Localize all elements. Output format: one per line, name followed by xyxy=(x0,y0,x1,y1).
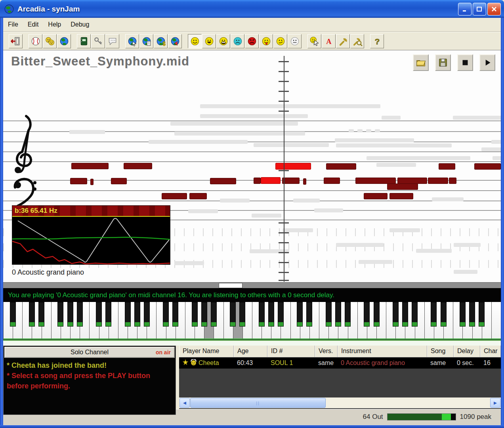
open-folder-button[interactable] xyxy=(413,54,429,71)
players-scrollbar[interactable]: ◄ || ► xyxy=(179,397,501,408)
black-key-28[interactable] xyxy=(278,302,284,327)
scrollbar-thumb[interactable] xyxy=(219,283,242,288)
black-key-0[interactable] xyxy=(10,302,16,327)
black-key-10[interactable] xyxy=(105,302,111,327)
baseball-button[interactable] xyxy=(29,34,42,48)
face-neutral-button[interactable] xyxy=(288,34,302,48)
globe-page-button[interactable] xyxy=(139,34,153,48)
note-bar-gray xyxy=(493,156,501,160)
close-button[interactable] xyxy=(487,3,501,15)
face-angry-button[interactable] xyxy=(245,34,259,48)
black-key-47[interactable] xyxy=(460,302,466,327)
svg-text:$: $ xyxy=(162,40,166,46)
black-key-27[interactable] xyxy=(268,302,274,327)
menu-edit[interactable]: Edit xyxy=(23,18,44,31)
black-key-23[interactable] xyxy=(230,302,236,327)
black-key-33[interactable] xyxy=(326,302,332,327)
black-key-49[interactable] xyxy=(479,302,485,327)
note-bar-gray xyxy=(389,228,420,232)
play-button[interactable] xyxy=(479,54,495,71)
solo-channel-header[interactable]: Solo Channel on air xyxy=(4,347,175,358)
black-key-31[interactable] xyxy=(306,302,312,327)
note-bar-gray xyxy=(359,260,392,264)
window-title: Arcadia - synJam xyxy=(17,5,80,13)
black-key-20[interactable] xyxy=(201,302,207,327)
face-cursor-button[interactable] xyxy=(307,34,321,48)
black-key-6[interactable] xyxy=(67,302,73,327)
black-key-42[interactable] xyxy=(412,302,418,327)
playhead-tick xyxy=(279,222,289,224)
menu-help[interactable]: Help xyxy=(43,18,66,31)
exit-door-button[interactable] xyxy=(9,34,23,48)
scroll-left-arrow[interactable]: ◄ xyxy=(179,398,190,408)
black-key-45[interactable] xyxy=(441,302,447,327)
cell-chan: 16 xyxy=(480,359,501,367)
globe-dollar-button[interactable]: $ xyxy=(154,34,168,48)
face-smile-button[interactable] xyxy=(188,34,202,48)
note-bar-dark xyxy=(326,163,356,170)
black-key-13[interactable] xyxy=(134,302,140,327)
note-bar-gray xyxy=(454,270,477,274)
toolbar-group: ? xyxy=(370,34,384,48)
save-floppy-button[interactable] xyxy=(435,54,451,71)
black-key-16[interactable] xyxy=(163,302,169,327)
globe-frog-button[interactable] xyxy=(57,34,71,48)
globe-arrow-button[interactable] xyxy=(125,34,139,48)
black-key-44[interactable] xyxy=(431,302,437,327)
menu-file[interactable]: File xyxy=(3,18,23,31)
black-key-40[interactable] xyxy=(393,302,399,327)
globe-sound-button[interactable] xyxy=(168,34,182,48)
note-bar-gray xyxy=(174,132,305,136)
score-area: Bitter_Sweet_Symphony.mid b:36 65.41 Hz xyxy=(3,50,501,283)
black-key-26[interactable] xyxy=(259,302,265,327)
letter-a-button[interactable]: A xyxy=(322,34,336,48)
question-button[interactable]: ? xyxy=(370,34,384,48)
black-key-5[interactable] xyxy=(57,302,63,327)
scroll-right-arrow[interactable]: ► xyxy=(490,398,500,408)
black-key-30[interactable] xyxy=(297,302,303,327)
toolbar-group xyxy=(9,34,23,48)
minimize-button[interactable] xyxy=(458,3,472,15)
black-key-24[interactable] xyxy=(239,302,245,327)
note-bar-bright xyxy=(275,163,311,170)
face-tongue-button[interactable] xyxy=(259,34,273,48)
black-key-34[interactable] xyxy=(335,302,341,327)
black-key-21[interactable] xyxy=(211,302,217,327)
face-sad-button[interactable] xyxy=(231,34,244,48)
menu-debug[interactable]: Debug xyxy=(66,18,94,31)
wrench-search-button[interactable] xyxy=(350,34,364,48)
horizontal-scrollbar[interactable] xyxy=(3,282,501,288)
black-key-14[interactable] xyxy=(144,302,150,327)
note-bar-dark xyxy=(324,178,340,184)
black-key-12[interactable] xyxy=(125,302,131,327)
white-key-51[interactable] xyxy=(491,302,501,340)
wrench-button[interactable] xyxy=(336,34,350,48)
black-key-17[interactable] xyxy=(172,302,178,327)
bass-clef-icon xyxy=(13,177,38,209)
address-book-button[interactable] xyxy=(77,34,91,48)
stop-button[interactable] xyxy=(457,54,473,71)
note-bar-dark xyxy=(389,193,413,199)
smiley-pair-button[interactable] xyxy=(43,34,57,48)
black-key-9[interactable] xyxy=(96,302,102,327)
face-laugh-button[interactable] xyxy=(202,34,216,48)
black-key-48[interactable] xyxy=(469,302,475,327)
black-key-37[interactable] xyxy=(364,302,370,327)
players-scrollbar-thumb[interactable]: || xyxy=(190,398,326,408)
black-key-38[interactable] xyxy=(374,302,380,327)
note-bar-dark xyxy=(364,193,388,199)
player-row[interactable]: Cheeta60:43SOUL 1same0 Acoustic grand pi… xyxy=(179,357,501,369)
face-smirk-button[interactable] xyxy=(273,34,287,48)
black-key-35[interactable] xyxy=(345,302,351,327)
black-key-19[interactable] xyxy=(192,302,198,327)
speech-bubble-button[interactable] xyxy=(105,34,119,48)
black-key-41[interactable] xyxy=(402,302,408,327)
black-key-2[interactable] xyxy=(29,302,35,327)
keys-button[interactable] xyxy=(91,34,105,48)
face-grin-button[interactable] xyxy=(216,34,230,48)
svg-text:A: A xyxy=(326,38,332,46)
black-key-3[interactable] xyxy=(38,302,44,327)
meter-fill xyxy=(388,414,442,420)
black-key-7[interactable] xyxy=(77,302,83,327)
maximize-button[interactable] xyxy=(473,3,486,15)
